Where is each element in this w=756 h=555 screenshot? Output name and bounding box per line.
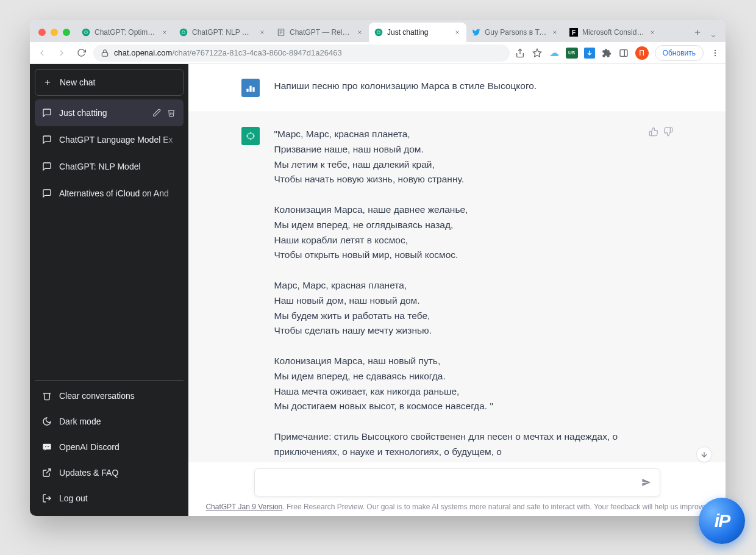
message-input[interactable] bbox=[263, 478, 641, 488]
sidebar-action-label: Clear conversations bbox=[59, 391, 135, 401]
sidebar-action-trash[interactable]: Clear conversations bbox=[35, 383, 184, 409]
thumbs-down-button[interactable] bbox=[663, 127, 673, 137]
thumbs-up-button[interactable] bbox=[649, 127, 658, 137]
message-icon bbox=[42, 108, 52, 118]
tab-close-button[interactable] bbox=[160, 28, 169, 37]
chat-history-item[interactable]: Just chatting bbox=[35, 99, 184, 126]
edit-icon[interactable] bbox=[152, 108, 162, 118]
svg-point-14 bbox=[375, 29, 383, 37]
back-button[interactable] bbox=[35, 46, 49, 60]
sidebar-action-label: Dark mode bbox=[59, 417, 101, 426]
sidebar-action-logout[interactable]: Log out bbox=[35, 485, 184, 511]
toolbar-actions: ☁ US П Обновить bbox=[515, 45, 721, 61]
chat-history-item[interactable]: Alternatives of iCloud on And bbox=[35, 180, 184, 207]
browser-tab[interactable]: ChatGPT — Release bbox=[271, 23, 369, 42]
url-text: chat.openai.com/chat/e767122a-81c3-4ca3-… bbox=[114, 48, 502, 57]
send-button[interactable] bbox=[641, 478, 651, 487]
delete-icon[interactable] bbox=[166, 108, 176, 118]
svg-point-31 bbox=[715, 52, 716, 53]
url-field[interactable]: chat.openai.com/chat/e767122a-81c3-4ca3-… bbox=[93, 45, 510, 62]
message-icon bbox=[42, 135, 52, 145]
close-window-button[interactable] bbox=[38, 29, 46, 36]
tab-close-button[interactable] bbox=[453, 28, 462, 37]
tab-close-button[interactable] bbox=[258, 28, 266, 37]
forward-button[interactable] bbox=[54, 46, 69, 60]
assistant-avatar bbox=[241, 127, 260, 145]
svg-point-30 bbox=[715, 49, 716, 51]
trash-icon bbox=[42, 391, 52, 401]
profile-avatar[interactable]: П bbox=[635, 46, 649, 60]
user-avatar bbox=[241, 79, 260, 97]
sidebar-action-label: Updates & FAQ bbox=[59, 468, 118, 478]
lock-icon bbox=[101, 49, 109, 57]
extension-us-icon[interactable]: US bbox=[566, 48, 578, 59]
fullscreen-window-button[interactable] bbox=[63, 29, 70, 36]
sidebar: New chat Just chattingChatGPT Language M… bbox=[30, 64, 188, 516]
browser-window: ChatGPT: OptimizingChatGPT: NLP ModelCha… bbox=[30, 20, 726, 516]
scroll-to-bottom-button[interactable] bbox=[696, 446, 712, 462]
browser-tab[interactable]: Just chatting bbox=[369, 23, 466, 42]
svg-point-36 bbox=[48, 446, 49, 447]
conversation-scroll[interactable]: Напиши песню про колонизацию Марса в сти… bbox=[188, 64, 726, 462]
browser-tab[interactable]: ChatGPT: Optimizing bbox=[76, 23, 174, 42]
svg-marker-26 bbox=[533, 49, 541, 57]
browser-tab[interactable]: ChatGPT: NLP Model bbox=[174, 23, 271, 42]
reload-button[interactable] bbox=[74, 46, 88, 60]
extension-cloud-icon[interactable]: ☁ bbox=[549, 48, 560, 59]
tab-favicon bbox=[81, 27, 91, 37]
footer-note: ChatGPT Jan 9 Version. Free Research Pre… bbox=[198, 503, 716, 511]
logout-icon bbox=[42, 493, 52, 503]
assistant-message: "Марс, Марс, красная планета, Призвание … bbox=[188, 112, 726, 462]
sidebar-action-external[interactable]: Updates & FAQ bbox=[35, 460, 184, 485]
svg-point-4 bbox=[180, 29, 188, 37]
tab-close-button[interactable] bbox=[648, 28, 657, 37]
tab-favicon bbox=[471, 27, 481, 37]
tabs-dropdown-button[interactable] bbox=[706, 32, 721, 40]
discord-icon bbox=[42, 442, 52, 452]
tab-close-button[interactable] bbox=[355, 28, 364, 37]
browser-tab[interactable]: FMicrosoft Considers bbox=[564, 23, 661, 42]
svg-point-0 bbox=[82, 29, 90, 37]
bookmark-star-icon[interactable] bbox=[532, 48, 543, 59]
conversation-panel: Напиши песню про колонизацию Марса в сти… bbox=[188, 64, 726, 516]
extension-download-icon[interactable] bbox=[584, 48, 595, 59]
tab-favicon bbox=[179, 27, 188, 37]
svg-rect-41 bbox=[252, 87, 254, 92]
tab-title: Just chatting bbox=[387, 28, 449, 37]
tab-title: Microsoft Considers bbox=[582, 28, 644, 37]
external-icon bbox=[42, 468, 52, 478]
ip-watermark-badge: iP bbox=[699, 498, 745, 544]
message-composer bbox=[254, 468, 660, 496]
sidebar-action-discord[interactable]: OpenAI Discord bbox=[35, 434, 184, 460]
message-icon bbox=[42, 162, 52, 171]
chat-history-list: Just chattingChatGPT Language Model ExCh… bbox=[35, 99, 184, 380]
tab-favicon bbox=[374, 27, 383, 37]
plus-icon bbox=[43, 77, 52, 87]
window-controls bbox=[38, 29, 70, 36]
svg-rect-39 bbox=[246, 89, 248, 92]
tab-strip: ChatGPT: OptimizingChatGPT: NLP ModelCha… bbox=[30, 20, 726, 42]
version-link[interactable]: ChatGPT Jan 9 Version bbox=[205, 503, 282, 511]
new-chat-label: New chat bbox=[60, 77, 95, 87]
tab-title: ChatGPT: NLP Model bbox=[192, 28, 254, 37]
browser-tab[interactable]: Guy Parsons в Твит bbox=[466, 23, 564, 42]
user-message-text: Напиши песню про колонизацию Марса в сти… bbox=[274, 79, 632, 97]
chat-history-item[interactable]: ChatGPT: NLP Model bbox=[35, 153, 184, 180]
svg-point-35 bbox=[45, 446, 46, 447]
chat-history-item[interactable]: ChatGPT Language Model Ex bbox=[35, 126, 184, 153]
share-icon[interactable] bbox=[515, 48, 526, 59]
tab-close-button[interactable] bbox=[551, 28, 559, 37]
minimize-window-button[interactable] bbox=[51, 29, 58, 36]
new-chat-button[interactable]: New chat bbox=[35, 69, 184, 96]
browser-menu-button[interactable] bbox=[710, 48, 721, 59]
side-panel-icon[interactable] bbox=[618, 48, 629, 59]
new-tab-button[interactable] bbox=[689, 24, 706, 41]
extensions-puzzle-icon[interactable] bbox=[601, 48, 612, 59]
svg-rect-40 bbox=[249, 86, 251, 92]
update-button[interactable]: Обновить bbox=[655, 45, 704, 61]
address-bar: chat.openai.com/chat/e767122a-81c3-4ca3-… bbox=[30, 42, 726, 64]
tab-title: ChatGPT — Release bbox=[290, 28, 352, 37]
assistant-message-text: "Марс, Марс, красная планета, Призвание … bbox=[274, 127, 629, 460]
sidebar-action-moon[interactable]: Dark mode bbox=[35, 409, 184, 434]
tab-favicon bbox=[276, 27, 286, 37]
